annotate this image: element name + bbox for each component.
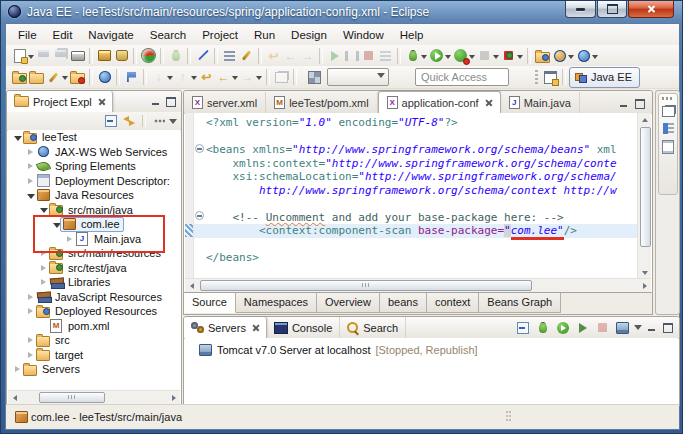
open-perspective-button[interactable] [542, 69, 559, 86]
collapse-all-button[interactable] [514, 320, 531, 336]
new-wizard-button[interactable] [11, 47, 28, 64]
view-menu-caret[interactable] [169, 119, 177, 128]
code-area[interactable]: <?xml version="1.0" encoding="UTF-8"?> <… [206, 116, 638, 265]
open-task-button[interactable] [534, 47, 551, 64]
tab-pom-xml[interactable]: MleeTest/pom.xml [266, 92, 377, 113]
validate-button[interactable] [123, 69, 140, 86]
scroll-left-icon[interactable] [185, 279, 198, 292]
tree-item-deployment-descriptor[interactable]: Deployment Descriptor: [8, 174, 180, 189]
page-tab-beans[interactable]: beans [380, 293, 427, 313]
minimize-view-button[interactable] [149, 96, 162, 107]
next-annotation-caret[interactable] [167, 76, 173, 83]
tree-item-target[interactable]: target [8, 348, 180, 363]
start-server-button[interactable] [554, 320, 571, 336]
minimize-editor-button[interactable] [617, 98, 630, 109]
minimize-button[interactable] [565, 1, 596, 18]
menu-help[interactable]: Help [392, 27, 432, 43]
tab-project-explorer[interactable]: Project Expl [7, 91, 113, 112]
back-history-caret[interactable] [232, 76, 238, 83]
forward-history-button[interactable]: → [239, 69, 256, 86]
tree-item-jaxws[interactable]: JAX-WS Web Services [8, 145, 180, 160]
tree-item-libraries[interactable]: Libraries [8, 275, 180, 290]
page-tab-source[interactable]: Source [184, 293, 236, 313]
import-button[interactable] [11, 69, 28, 86]
scrollbar-thumb[interactable] [200, 280, 532, 291]
web-browser-dropdown-caret[interactable] [592, 55, 598, 62]
tab-console[interactable]: Console [267, 317, 340, 338]
tree-item-src-test-java[interactable]: src/test/java [8, 261, 180, 276]
close-view-icon[interactable] [98, 98, 105, 105]
menu-edit[interactable]: Edit [45, 27, 81, 43]
menu-project[interactable]: Project [194, 27, 246, 43]
run-button[interactable] [428, 47, 445, 64]
last-edit-button[interactable]: ↩ [265, 47, 282, 64]
highlighter-button[interactable] [45, 69, 62, 86]
stop-dropdown-caret[interactable] [493, 55, 499, 62]
save-all-button[interactable] [52, 47, 69, 64]
resume-button[interactable] [326, 47, 343, 64]
tree-item-leetest[interactable]: leeTest [8, 130, 180, 145]
page-tab-namespaces[interactable]: Namespaces [236, 293, 317, 313]
previous-annotation-caret[interactable] [191, 76, 197, 83]
tab-servers[interactable]: Servers [184, 317, 267, 338]
close-button[interactable] [628, 1, 674, 18]
tree-item-spring-elements[interactable]: Spring Elements [8, 159, 180, 174]
pin-editor-button[interactable] [238, 47, 255, 64]
quick-access-input[interactable] [415, 68, 509, 86]
close-tab-icon[interactable] [485, 99, 492, 106]
synchronize-button[interactable] [69, 69, 86, 86]
debug-button[interactable] [404, 47, 421, 64]
launch-client-button[interactable] [167, 47, 184, 64]
relaunch-dropdown-caret[interactable] [517, 55, 523, 62]
new-server-dropdown-caret[interactable] [568, 55, 574, 62]
maximize-view-button[interactable] [164, 96, 177, 107]
scroll-up-icon[interactable] [638, 113, 651, 126]
terminate-button[interactable] [360, 47, 377, 64]
publish-button[interactable] [614, 320, 631, 336]
perspective-javaee-button[interactable]: Java EE [569, 67, 640, 88]
print-button[interactable] [69, 47, 86, 64]
debug-server-button[interactable] [534, 320, 551, 336]
menu-file[interactable]: File [10, 27, 45, 43]
page-tab-overview[interactable]: Overview [317, 293, 380, 313]
view-menu-caret[interactable] [634, 325, 642, 334]
editor-style-combobox[interactable] [327, 68, 389, 86]
last-edit-location-button[interactable]: ↩ [198, 69, 215, 86]
view-menu-button[interactable] [151, 114, 167, 129]
tree-item-src-main-resources[interactable]: src/main/resources [8, 246, 180, 261]
highlighter-dropdown-caret[interactable] [62, 76, 68, 83]
title-bar[interactable]: Java EE - leeTest/src/main/resources/spr… [1, 1, 682, 23]
scrollbar-thumb[interactable] [39, 392, 105, 403]
scroll-left-icon[interactable] [8, 391, 21, 404]
maven-update-button[interactable] [140, 47, 157, 64]
tree-item-com-lee[interactable]: com.lee [8, 217, 180, 232]
profile-server-button[interactable] [574, 320, 591, 336]
project-explorer-hscrollbar[interactable] [8, 390, 180, 404]
maximize-button[interactable] [597, 1, 627, 18]
menu-navigate[interactable]: Navigate [80, 27, 141, 43]
scroll-right-icon[interactable] [638, 279, 651, 292]
marker-gutter[interactable] [185, 113, 194, 279]
tree-item-src-main-java[interactable]: src/main/java [8, 203, 180, 218]
tree-item-servers[interactable]: Servers [8, 362, 180, 377]
menu-design[interactable]: Design [283, 27, 335, 43]
link-with-editor-button[interactable] [121, 114, 137, 129]
server-row-tomcat[interactable]: Tomcat v7.0 Server at localhost [Stopped… [185, 338, 678, 356]
forward-history-caret[interactable] [256, 76, 262, 83]
back-history-button[interactable]: ← [215, 69, 232, 86]
restore-view-icon[interactable] [662, 106, 675, 117]
page-tab-context[interactable]: context [427, 293, 479, 313]
editor-content[interactable]: <?xml version="1.0" encoding="UTF-8"?> <… [185, 113, 651, 279]
suspend-button[interactable] [343, 47, 360, 64]
scroll-right-icon[interactable] [167, 391, 180, 404]
stop-server-button[interactable] [594, 320, 611, 336]
new-window-button[interactable] [273, 69, 290, 86]
editor-hscrollbar[interactable] [185, 278, 651, 292]
previous-annotation-button[interactable]: ↑ [174, 69, 191, 86]
coverage-button[interactable] [452, 47, 469, 64]
close-view-icon[interactable] [252, 324, 259, 331]
new-dropdown-caret[interactable] [28, 55, 34, 62]
tree-item-main-java[interactable]: JMain.java [8, 232, 180, 247]
fold-collapse-icon[interactable] [195, 144, 204, 153]
scrollbar-thumb[interactable] [640, 127, 651, 247]
